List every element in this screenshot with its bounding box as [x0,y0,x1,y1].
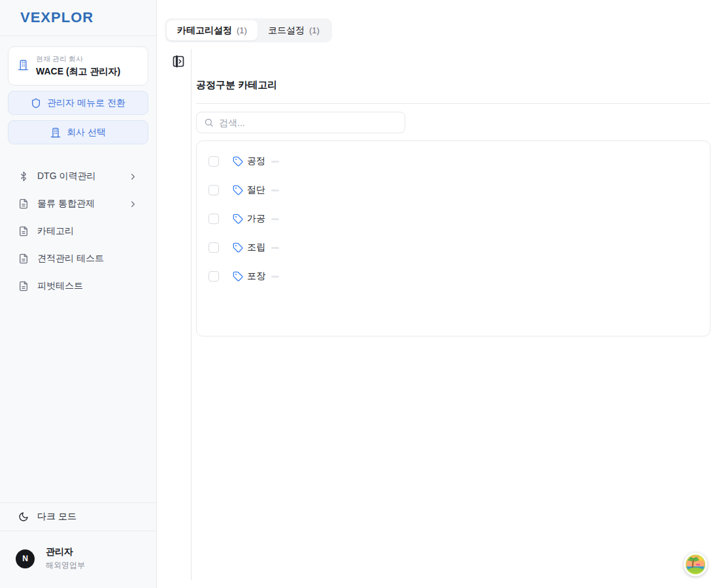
category-dash [271,276,279,278]
sidebar-bottom: 다크 모드 N 관리자 해외영업부 [0,502,156,588]
category-label[interactable]: 절단 [247,184,265,196]
select-company-label: 회사 선택 [67,127,106,139]
building-icon [50,127,61,138]
dark-mode-label: 다크 모드 [37,511,76,523]
category-checkbox[interactable] [209,271,219,282]
search-input[interactable] [219,118,397,128]
sidebar-item-label: 카테고리 [37,225,74,237]
sidebar-item-label: DTG 이력관리 [37,171,95,182]
user-name: 관리자 [46,546,85,558]
sidebar-item-label: 피벗테스트 [37,280,83,292]
category-row: 공정 [197,147,710,176]
vexplor-logo[interactable]: VEXPLOR [20,9,93,26]
file-text-icon [18,281,29,291]
category-row: 조립 [197,233,710,262]
logo-area: VEXPLOR [0,0,156,36]
sidebar: VEXPLOR 현재 관리 회사 WACE (최고 관리자) 관리자 메뉴로 전… [0,0,157,588]
sidebar-item-label: 견적관리 테스트 [37,253,104,265]
user-profile[interactable]: N 관리자 해외영업부 [0,531,156,588]
main-content: 카테고리설정 (1) 코드설정 (1) 공정구분 카테고리 공정 [157,0,719,588]
file-text-icon [18,226,29,237]
settings-tabs: 카테고리설정 (1) 코드설정 (1) [165,18,332,42]
category-dash [271,161,279,163]
chevron-right-icon [128,199,138,209]
sidebar-item-label: 물류 통합관제 [37,198,95,210]
page-title: 공정구분 카테고리 [196,79,277,91]
tab-label: 코드설정 [268,25,305,37]
tab-count: (1) [309,25,320,35]
file-text-icon [18,253,29,264]
title-divider [196,103,711,104]
category-search [196,112,405,133]
company-name: WACE (최고 관리자) [36,66,120,78]
category-row: 절단 [197,176,710,204]
switch-admin-menu-button[interactable]: 관리자 메뉴로 전환 [8,91,148,115]
search-icon [204,118,214,127]
chevron-right-icon [128,172,138,182]
category-checkbox[interactable] [209,156,219,167]
panel-left-open-icon [172,55,185,68]
panel-collapse-button[interactable] [172,55,185,68]
category-label[interactable]: 조립 [247,242,265,253]
dark-mode-toggle[interactable]: 다크 모드 [0,502,156,531]
category-checkbox[interactable] [209,242,219,253]
company-card-label: 현재 관리 회사 [36,54,120,64]
category-dash [271,247,279,249]
shield-icon [31,98,41,108]
tag-icon [233,242,243,253]
sidebar-item-logistics-control[interactable]: 물류 통합관제 [8,190,148,218]
category-label[interactable]: 포장 [247,270,265,282]
tag-icon [233,185,243,195]
switch-admin-menu-label: 관리자 메뉴로 전환 [47,97,125,109]
vertical-divider [191,49,192,580]
sidebar-item-pivot-test[interactable]: 피벗테스트 [8,272,148,300]
sidebar-nav: DTG 이력관리 물류 통합관제 카테고리 견적관리 테스트 [0,163,156,300]
desert-island-icon [685,554,706,575]
sidebar-item-category[interactable]: 카테고리 [8,218,148,245]
select-company-button[interactable]: 회사 선택 [8,120,148,144]
sidebar-item-quote-test[interactable]: 견적관리 테스트 [8,245,148,272]
island-widget-button[interactable] [684,553,707,576]
current-company-card[interactable]: 현재 관리 회사 WACE (최고 관리자) [8,46,148,86]
category-label[interactable]: 공정 [247,155,265,167]
category-checkbox[interactable] [209,214,219,224]
moon-icon [18,512,29,522]
bluetooth-icon [18,171,29,182]
category-dash [271,189,279,191]
file-text-icon [18,199,29,209]
tab-label: 카테고리설정 [177,25,232,37]
category-row: 가공 [197,204,710,233]
tab-category-settings[interactable]: 카테고리설정 (1) [167,20,258,41]
category-dash [271,218,279,220]
category-checkbox[interactable] [209,185,219,195]
tag-icon [233,156,243,167]
category-row: 포장 [197,262,710,291]
category-list-panel: 공정 절단 가공 조립 [196,140,711,336]
building-icon [18,59,29,73]
tab-code-settings[interactable]: 코드설정 (1) [258,20,330,41]
avatar: N [16,549,35,568]
tag-icon [233,271,243,282]
category-label[interactable]: 가공 [247,213,265,225]
tab-count: (1) [237,25,247,35]
sidebar-item-dtg-history[interactable]: DTG 이력관리 [8,163,148,190]
user-department: 해외영업부 [46,560,85,571]
tag-icon [233,214,243,224]
